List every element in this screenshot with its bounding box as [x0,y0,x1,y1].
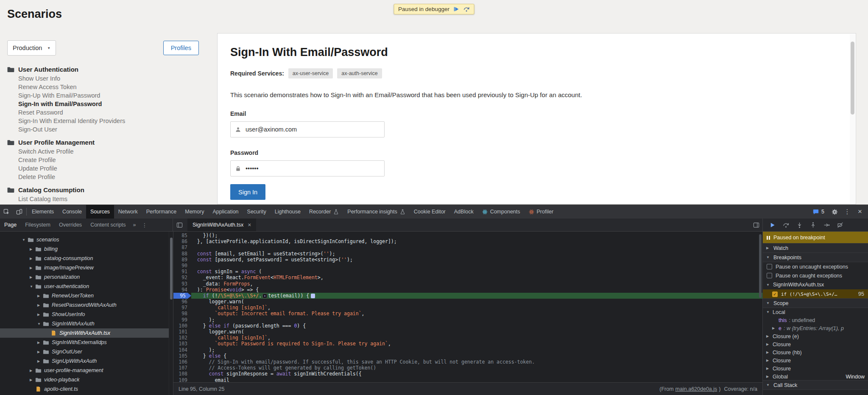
step-button[interactable] [820,222,833,228]
resume-script-icon[interactable] [453,6,460,12]
line-number[interactable]: 108 [173,371,191,377]
tree-folder[interactable]: ▶SignInWithExternalIdps [0,338,169,347]
password-input[interactable] [246,165,380,172]
devtools-tab-console[interactable]: Console [58,205,86,219]
line-number[interactable]: 94 [173,287,191,293]
environment-select[interactable]: Production ▼ [7,40,56,56]
code-text[interactable]: if (!/\S+@\S+\.\S+/.test(email)) { [191,293,762,299]
devtools-tab-performance-insights[interactable]: Performance insights [343,205,409,219]
issues-counter[interactable]: 5 [809,205,828,219]
code-text[interactable] [191,244,762,250]
devtools-tab-performance[interactable]: Performance [142,205,181,219]
line-number[interactable]: 91 [173,269,191,275]
code-text[interactable]: `output: Password is required to Sign-In… [191,341,762,347]
devtools-tab-application[interactable]: Application [208,205,243,219]
sources-tab-filesystem[interactable]: Filesystem [21,222,55,228]
resume-script-button[interactable] [765,222,779,228]
code-text[interactable]: const [password, setPassword] = useState… [191,257,762,263]
deactivate-breakpoints-button[interactable] [833,222,847,228]
scrollbar-thumb[interactable] [170,238,173,300]
line-number[interactable]: 101 [173,329,191,335]
navigator-scrollbar[interactable] [169,232,173,395]
code-text[interactable]: })(); [191,233,762,238]
breakpoint-entry[interactable]: ✓ if (!/\S+@\S+\.\S+/… 95 [763,289,868,299]
tree-folder[interactable]: ▶SignOutUser [0,347,169,356]
line-number[interactable]: 100 [173,323,191,329]
line-number[interactable]: 96 [173,299,191,305]
inline-paused-marker[interactable] [262,294,267,298]
sources-tab-overrides[interactable]: Overrides [55,222,86,228]
editor-scrollbar[interactable] [758,232,762,382]
code-text[interactable]: }, [activeProfile.applicationId, isDirec… [191,238,762,244]
nav-item[interactable]: Sign-In with Email/Password [7,100,199,108]
close-tab-icon[interactable]: × [248,221,251,228]
tree-folder[interactable]: ▶image/ImagePreview [0,263,169,272]
nav-item[interactable]: List Catalog Items [7,195,199,203]
nav-item[interactable]: Sign-Out User [7,125,199,134]
nav-item[interactable]: Delete Profile [7,173,199,181]
close-devtools-icon[interactable]: × [854,205,866,219]
source-map-link[interactable]: main.a620de0a.js [675,386,717,392]
line-number[interactable]: 106 [173,359,191,365]
step-into-button[interactable] [793,222,806,228]
pause-caught-exceptions-row[interactable]: Pause on caught exceptions [763,271,868,280]
code-text[interactable]: const [email, setEmail] = useState<strin… [191,251,762,257]
code-text[interactable]: _event: React.FormEvent<HTMLFormElement>… [191,275,762,280]
code-text[interactable]: } else if (password.length === 0) { [191,323,762,329]
device-toolbar-icon[interactable] [13,205,25,219]
code-text[interactable]: _data: FormProps, [191,281,762,287]
navigator-menu-icon[interactable]: ⋮ [139,222,150,228]
line-number[interactable]: 105 [173,353,191,359]
line-number[interactable]: 87 [173,244,191,250]
nav-item[interactable]: Show User Info [7,74,199,83]
call-stack-section-header[interactable]: ▼Call Stack [763,380,868,390]
tree-folder[interactable]: ▼scenarios [0,235,169,244]
pause-uncaught-exceptions-row[interactable]: Pause on uncaught exceptions [763,262,868,271]
scope-section-header[interactable]: ▼Scope [763,298,868,308]
code-text[interactable]: // Access-Tokens will get generated by c… [191,365,762,371]
line-number[interactable]: 92 [173,275,191,280]
sources-tab-page[interactable]: Page [0,222,21,228]
tree-folder[interactable]: ▶video-playback [0,375,169,384]
devtools-tab-network[interactable]: Network [114,205,142,219]
scope-row[interactable]: ▼Local [763,308,868,316]
tree-folder[interactable]: ▶personalization [0,272,169,282]
email-input[interactable] [246,126,380,133]
code-text[interactable]: ): Promise<void> => { [191,287,762,293]
scope-row[interactable]: ▶Closure [763,340,868,348]
checkbox-unchecked[interactable] [767,273,772,278]
devtools-tab-adblock[interactable]: AdBlock [450,205,478,219]
line-number[interactable]: 104 [173,347,191,353]
code-text[interactable]: ); [191,317,762,323]
toggle-debugger-sidebar-icon[interactable] [750,219,762,232]
nav-item[interactable]: Switch Active Profile [7,147,199,156]
scope-row[interactable]: ▶Closure [763,364,868,373]
line-number[interactable]: 85 [173,233,191,238]
step-over-icon[interactable] [463,6,470,12]
line-number[interactable]: 95 [173,293,191,299]
tree-folder[interactable]: ▶ResetPasswordWithAxAuth [0,300,169,310]
settings-gear-icon[interactable] [828,205,841,219]
nav-item[interactable]: Update Profile [7,164,199,173]
sign-in-button[interactable]: Sign In [230,184,265,200]
nav-item[interactable]: Sign-In With External Identity Providers [7,117,199,125]
code-text[interactable]: const signIn = async ( [191,269,762,275]
line-number[interactable]: 109 [173,377,191,383]
line-number[interactable]: 86 [173,238,191,244]
code-text[interactable]: `calling [signIn]`, [191,305,762,311]
code-text[interactable]: // Sign-In with email/password. If succe… [191,359,762,365]
watch-section-header[interactable]: ▶Watch [763,243,868,253]
line-number[interactable]: 103 [173,341,191,347]
scenario-scrollbar[interactable] [850,34,855,204]
scope-row[interactable]: ▶GlobalWindow [763,373,868,381]
scrollbar-thumb[interactable] [851,42,854,115]
line-number[interactable]: 102 [173,335,191,341]
tree-folder[interactable]: ▼user-authentication [0,282,169,291]
step-over-button[interactable] [779,222,793,228]
sources-tab-content-scripts[interactable]: Content scripts [86,222,130,228]
scope-row[interactable]: ▶e: w {tryEntries: Array(1), p [763,324,868,332]
line-number[interactable]: 90 [173,263,191,269]
tree-folder[interactable]: ▶ShowUserInfo [0,310,169,319]
line-number[interactable]: 99 [173,317,191,323]
line-number[interactable]: 93 [173,281,191,287]
